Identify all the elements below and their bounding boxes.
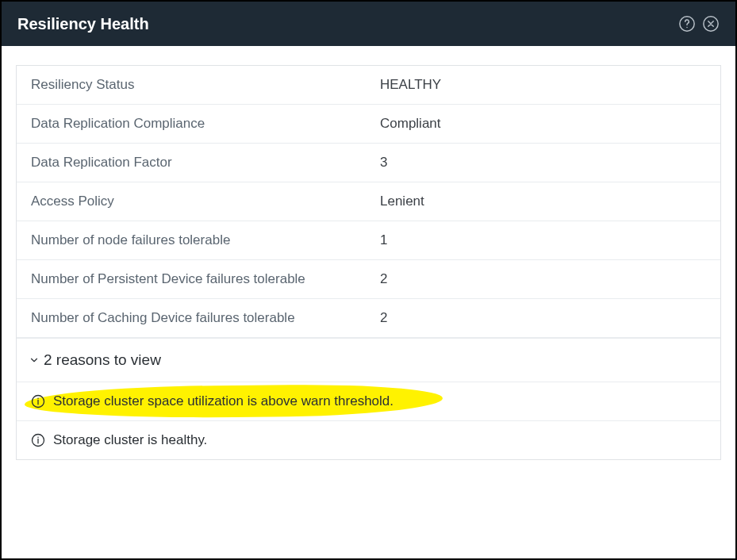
row-label: Resiliency Status: [31, 77, 380, 93]
help-icon[interactable]: [678, 15, 696, 33]
expand-reasons-toggle[interactable]: 2 reasons to view: [17, 339, 720, 382]
table-row: Resiliency Status HEALTHY: [17, 66, 720, 105]
table-row: Number of Caching Device failures tolera…: [17, 299, 720, 338]
row-label: Number of Persistent Device failures tol…: [31, 271, 380, 287]
table-row: Access Policy Lenient: [17, 182, 720, 221]
row-value: 3: [380, 155, 706, 171]
close-icon[interactable]: [702, 15, 720, 33]
svg-point-1: [686, 27, 687, 28]
reason-text: Storage cluster space utilization is abo…: [53, 393, 393, 409]
row-label: Number of Caching Device failures tolera…: [31, 310, 380, 326]
table-row: Data Replication Factor 3: [17, 144, 720, 182]
reason-text: Storage cluster is healthy.: [53, 432, 207, 448]
reasons-block: 2 reasons to view Storage cluster space …: [17, 338, 720, 459]
row-value: Lenient: [380, 194, 706, 209]
table-row: Number of node failures tolerable 1: [17, 221, 720, 260]
reason-item: Storage cluster space utilization is abo…: [17, 382, 720, 420]
table-row: Number of Persistent Device failures tol…: [17, 260, 720, 299]
modal-header-actions: [678, 15, 720, 33]
row-value: 1: [380, 232, 706, 248]
row-label: Data Replication Factor: [31, 155, 380, 171]
svg-point-5: [37, 398, 39, 400]
table-row: Data Replication Compliance Compliant: [17, 105, 720, 144]
row-label: Data Replication Compliance: [31, 116, 380, 132]
row-label: Access Policy: [31, 194, 380, 209]
row-value: 2: [380, 310, 706, 326]
row-value: 2: [380, 271, 706, 287]
row-label: Number of node failures tolerable: [31, 232, 380, 248]
expand-label: 2 reasons to view: [44, 351, 161, 369]
modal-body: Resiliency Status HEALTHY Data Replicati…: [2, 46, 735, 479]
reason-item: Storage cluster is healthy.: [17, 420, 720, 459]
chevron-down-icon: [28, 354, 40, 366]
modal-title: Resiliency Health: [17, 15, 149, 33]
row-value: HEALTHY: [380, 77, 706, 93]
row-value: Compliant: [380, 116, 706, 132]
info-icon: [31, 433, 45, 447]
modal-header: Resiliency Health: [2, 2, 735, 46]
resiliency-table: Resiliency Status HEALTHY Data Replicati…: [16, 65, 721, 460]
info-icon: [31, 394, 45, 408]
svg-point-8: [37, 437, 39, 439]
